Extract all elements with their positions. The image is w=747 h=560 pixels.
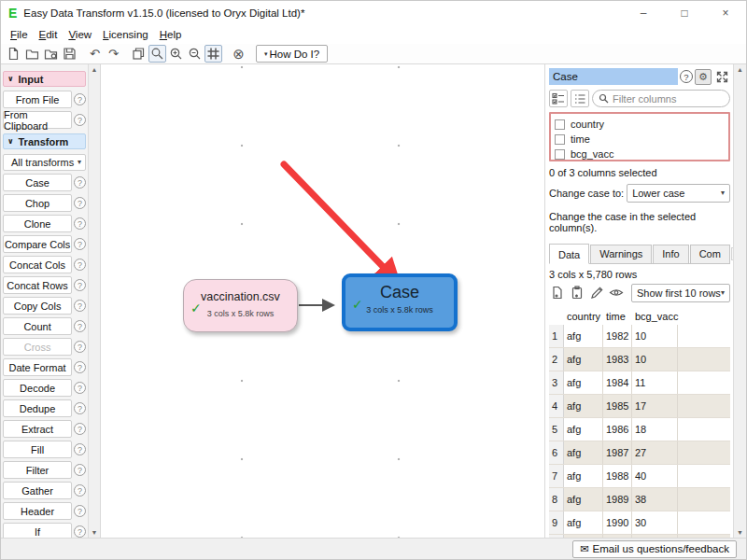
help-icon[interactable]: ? xyxy=(680,70,693,83)
scroll-up-icon[interactable]: ▲ xyxy=(92,66,98,73)
sidebar-transform-button[interactable]: Header xyxy=(3,502,72,520)
country-cell[interactable]: afg xyxy=(564,371,603,394)
transform-filter-dropdown[interactable]: All transforms ▾ xyxy=(3,154,86,171)
results-tab[interactable]: Com xyxy=(690,245,730,263)
email-feedback-button[interactable]: ✉ Email us questions/feedback xyxy=(572,540,737,558)
menu-item[interactable]: Edit xyxy=(34,27,63,42)
time-cell[interactable]: 1986 xyxy=(603,418,632,441)
zoom-out-icon[interactable] xyxy=(186,45,204,63)
bcg-vacc-cell[interactable]: 27 xyxy=(632,441,678,464)
sidebar-transform-button[interactable]: Concat Rows xyxy=(3,276,72,294)
help-icon[interactable]: ? xyxy=(74,382,86,394)
sidebar-transform-button[interactable]: Filter xyxy=(3,461,72,479)
maximize-button[interactable]: □ xyxy=(664,1,705,25)
table-row[interactable]: 1 afg 1982 10 xyxy=(549,325,730,348)
bcg-vacc-cell[interactable]: 10 xyxy=(632,348,678,371)
copy-to-file-icon[interactable] xyxy=(549,285,566,301)
time-cell[interactable]: 1989 xyxy=(603,488,632,511)
sidebar-input-button[interactable]: From Clipboard xyxy=(3,111,72,129)
help-icon[interactable]: ? xyxy=(74,279,86,291)
transform-section-header[interactable]: ∨ Transform xyxy=(3,133,86,149)
scroll-down-icon[interactable]: ▼ xyxy=(737,529,743,536)
help-icon[interactable]: ? xyxy=(74,300,86,312)
menu-item[interactable]: File xyxy=(5,27,34,42)
column-list-item[interactable]: country xyxy=(554,117,728,132)
help-icon[interactable]: ? xyxy=(74,114,86,126)
country-cell[interactable]: afg xyxy=(564,488,603,511)
time-cell[interactable]: 1983 xyxy=(603,348,632,371)
column-checkbox[interactable] xyxy=(555,119,565,130)
sidebar-transform-button[interactable]: Case xyxy=(3,174,72,191)
bcg-vacc-cell[interactable]: 38 xyxy=(632,488,678,511)
country-cell[interactable]: afg xyxy=(564,511,603,534)
right-panel-scrollbar[interactable]: ▲ ▼ xyxy=(733,64,746,538)
table-row[interactable]: 5 afg 1986 18 xyxy=(549,418,730,441)
show-rows-dropdown[interactable]: Show first 10 rows ▾ xyxy=(631,284,730,302)
menu-item[interactable]: View xyxy=(63,27,97,42)
results-tab[interactable]: Data xyxy=(549,244,589,264)
help-icon[interactable]: ? xyxy=(74,423,86,435)
help-icon[interactable]: ? xyxy=(74,320,86,332)
bcg-vacc-cell[interactable]: 18 xyxy=(632,418,678,441)
help-icon[interactable]: ? xyxy=(74,176,86,189)
copy-to-clipboard-icon[interactable] xyxy=(569,285,585,301)
column-checkbox[interactable] xyxy=(555,149,565,160)
country-cell[interactable]: afg xyxy=(564,395,603,417)
sidebar-transform-button[interactable]: Count xyxy=(3,317,72,335)
help-icon[interactable]: ? xyxy=(74,217,86,230)
results-tab[interactable]: Warnings xyxy=(590,245,652,263)
scroll-up-icon[interactable]: ▲ xyxy=(737,66,743,73)
view-eye-icon[interactable] xyxy=(608,285,625,301)
menu-item[interactable]: Licensing xyxy=(97,27,154,42)
sidebar-transform-button[interactable]: Dedupe xyxy=(3,399,72,417)
expand-panel-icon[interactable] xyxy=(713,69,730,85)
help-icon[interactable]: ? xyxy=(74,341,86,353)
country-cell[interactable]: afg xyxy=(564,465,603,487)
results-tab[interactable]: Info xyxy=(653,245,688,263)
sidebar-input-button[interactable]: From File xyxy=(3,91,72,108)
help-icon[interactable]: ? xyxy=(74,525,86,538)
sidebar-transform-button[interactable]: Concat Cols xyxy=(3,256,72,273)
help-icon[interactable]: ? xyxy=(74,443,86,455)
bcg-vacc-cell[interactable]: 11 xyxy=(632,371,678,394)
sidebar-transform-button[interactable]: If xyxy=(3,523,72,538)
zoom-in-icon[interactable] xyxy=(167,45,185,63)
workflow-canvas[interactable]: ✓ vaccination.csv 3 cols x 5.8k rows ✓ C… xyxy=(101,64,544,538)
column-list-item[interactable]: time xyxy=(554,132,728,147)
country-cell[interactable]: afg xyxy=(564,418,603,441)
save-icon[interactable] xyxy=(61,45,78,63)
column-header-time[interactable]: time xyxy=(603,311,632,322)
time-cell[interactable]: 1988 xyxy=(603,465,632,487)
sidebar-transform-button[interactable]: Chop xyxy=(3,194,72,212)
help-icon[interactable]: ? xyxy=(74,238,86,250)
bcg-vacc-cell[interactable]: 40 xyxy=(632,465,678,487)
undo-icon[interactable]: ↶ xyxy=(86,45,104,63)
column-list-item[interactable]: bcg_vacc xyxy=(554,147,728,161)
cancel-icon[interactable]: ⊗ xyxy=(230,45,247,63)
help-icon[interactable]: ? xyxy=(74,505,86,517)
sidebar-transform-button[interactable]: Date Format xyxy=(3,358,72,376)
bcg-vacc-cell[interactable]: 10 xyxy=(632,325,678,347)
node-name-field[interactable]: Case xyxy=(549,68,678,85)
sidebar-transform-button[interactable]: Extract xyxy=(3,420,72,438)
list-view-icon[interactable] xyxy=(571,90,589,107)
time-cell[interactable]: 1990 xyxy=(603,511,632,534)
country-cell[interactable]: afg xyxy=(564,441,603,464)
table-row[interactable]: 7 afg 1988 40 xyxy=(549,465,730,488)
input-node-vaccination[interactable]: ✓ vaccination.csv 3 cols x 5.8k rows xyxy=(183,279,298,332)
column-checkbox[interactable] xyxy=(555,134,565,145)
open-recent-icon[interactable] xyxy=(42,45,60,63)
bcg-vacc-cell[interactable]: 17 xyxy=(632,395,678,417)
sidebar-transform-button[interactable]: Compare Cols xyxy=(3,235,72,253)
transform-node-case[interactable]: ✓ Case 3 cols x 5.8k rows xyxy=(342,273,458,331)
table-row[interactable]: 9 afg 1990 30 xyxy=(549,511,730,535)
open-file-icon[interactable] xyxy=(23,45,41,63)
filter-columns-field[interactable] xyxy=(592,90,730,107)
select-columns-icon[interactable] xyxy=(549,90,568,107)
time-cell[interactable]: 1982 xyxy=(603,325,632,347)
time-cell[interactable]: 1987 xyxy=(603,441,632,464)
pan-zoom-icon[interactable] xyxy=(148,45,166,63)
change-case-dropdown[interactable]: Lower case ▾ xyxy=(627,184,730,203)
input-section-header[interactable]: ∨ Input xyxy=(3,71,86,87)
sidebar-transform-button[interactable]: Fill xyxy=(3,441,72,458)
